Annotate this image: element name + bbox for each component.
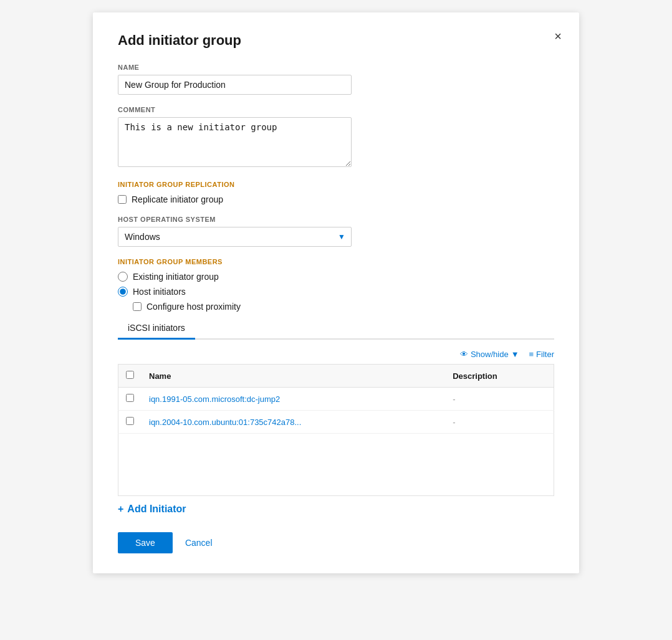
eye-icon: 👁: [460, 350, 468, 359]
filter-button[interactable]: ≡ Filter: [529, 350, 554, 359]
name-input[interactable]: [118, 75, 352, 95]
existing-group-label[interactable]: Existing initiator group: [133, 272, 219, 282]
host-initiators-label[interactable]: Host initiators: [133, 287, 186, 297]
filter-icon: ≡: [529, 350, 534, 359]
tab-iscsi[interactable]: iSCSI initiators: [118, 318, 195, 340]
save-button[interactable]: Save: [118, 532, 173, 553]
row-checkbox-cell: [118, 388, 142, 411]
footer-actions: Save Cancel: [118, 532, 554, 553]
comment-label: COMMENT: [118, 106, 554, 113]
show-hide-label: Show/hide: [471, 350, 509, 359]
chevron-down-icon: ▼: [511, 350, 519, 359]
host-os-select[interactable]: Windows Linux AIX HP-UX Solaris ESX IRIX…: [118, 227, 352, 247]
table-toolbar: 👁 Show/hide ▼ ≡ Filter: [118, 350, 554, 359]
empty-table-row: [118, 434, 554, 496]
existing-group-radio[interactable]: [118, 272, 128, 282]
name-col-header: Name: [142, 365, 445, 388]
add-initiator-label: Add Initiator: [127, 504, 186, 515]
replication-section-label: INITIATOR GROUP REPLICATION: [118, 181, 554, 188]
comment-field-group: COMMENT This is a new initiator group: [118, 106, 554, 170]
configure-proximity-section: Configure host proximity: [133, 302, 554, 312]
initiator-name-cell[interactable]: iqn.2004-10.com.ubuntu:01:735c742a78...: [142, 411, 445, 434]
host-os-select-wrapper: Windows Linux AIX HP-UX Solaris ESX IRIX…: [118, 227, 352, 247]
replicate-checkbox-label[interactable]: Replicate initiator group: [132, 194, 223, 204]
initiators-table: Name Description iqn.1991-05.com.microso…: [118, 364, 554, 496]
select-all-col: [118, 365, 142, 388]
description-col-header: Description: [445, 365, 554, 388]
host-os-field-group: HOST OPERATING SYSTEM Windows Linux AIX …: [118, 216, 554, 247]
cancel-button[interactable]: Cancel: [180, 532, 218, 553]
members-section-label: INITIATOR GROUP MEMBERS: [118, 258, 554, 265]
table-row: iqn.2004-10.com.ubuntu:01:735c742a78... …: [118, 411, 554, 434]
row-checkbox[interactable]: [126, 394, 134, 402]
row-checkbox-cell: [118, 411, 142, 434]
add-initiator-button[interactable]: + Add Initiator: [118, 504, 554, 515]
plus-icon: +: [118, 504, 123, 515]
show-hide-button[interactable]: 👁 Show/hide ▼: [460, 350, 519, 359]
host-os-label: HOST OPERATING SYSTEM: [118, 216, 554, 223]
close-button[interactable]: ×: [554, 30, 562, 42]
table-row: iqn.1991-05.com.microsoft:dc-jump2 -: [118, 388, 554, 411]
initiator-desc-cell: -: [445, 411, 554, 434]
replicate-checkbox-row: Replicate initiator group: [118, 194, 554, 204]
add-initiator-group-modal: Add initiator group × NAME COMMENT This …: [93, 12, 579, 573]
host-initiators-radio-row: Host initiators: [118, 287, 554, 297]
replication-section: INITIATOR GROUP REPLICATION Replicate in…: [118, 181, 554, 204]
replicate-checkbox[interactable]: [118, 195, 127, 204]
select-all-checkbox[interactable]: [126, 371, 134, 379]
host-initiators-radio[interactable]: [118, 287, 128, 297]
configure-proximity-label[interactable]: Configure host proximity: [146, 302, 241, 312]
table-header-row: Name Description: [118, 365, 554, 388]
members-section: INITIATOR GROUP MEMBERS Existing initiat…: [118, 258, 554, 515]
modal-title: Add initiator group: [118, 32, 554, 49]
initiator-desc-cell: -: [445, 388, 554, 411]
existing-group-radio-row: Existing initiator group: [118, 272, 554, 282]
initiators-tab-bar: iSCSI initiators: [118, 318, 554, 340]
name-label: NAME: [118, 64, 554, 71]
initiator-name-cell[interactable]: iqn.1991-05.com.microsoft:dc-jump2: [142, 388, 445, 411]
comment-textarea[interactable]: This is a new initiator group: [118, 117, 352, 167]
filter-label: Filter: [536, 350, 554, 359]
name-field-group: NAME: [118, 64, 554, 95]
configure-proximity-row: Configure host proximity: [133, 302, 554, 312]
empty-cell: [118, 434, 554, 496]
row-checkbox[interactable]: [126, 417, 134, 425]
configure-proximity-checkbox[interactable]: [133, 302, 142, 311]
